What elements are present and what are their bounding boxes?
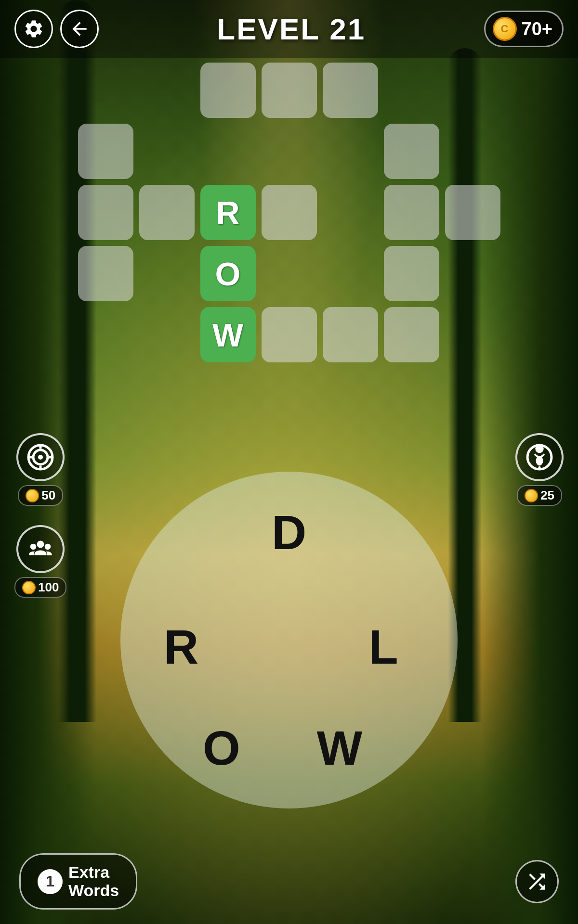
team-icon <box>26 535 55 564</box>
top-bar: LEVEL 21 C 70+ <box>0 0 578 58</box>
cell-4-6[interactable] <box>384 246 439 301</box>
grid-row-2 <box>72 124 506 179</box>
svg-point-12 <box>536 456 543 466</box>
cell-2-7 <box>445 124 500 179</box>
grid-row-1 <box>72 63 506 118</box>
team-powerup-icon-circle <box>16 525 65 573</box>
cell-3-1[interactable] <box>78 185 133 240</box>
grid-row-5: W <box>72 307 506 362</box>
cell-3-4[interactable] <box>262 185 317 240</box>
letter-L[interactable]: L <box>368 619 398 675</box>
cell-4-7 <box>445 246 500 301</box>
powerup-right-group: 25 <box>515 433 564 506</box>
letter-D[interactable]: D <box>272 505 306 560</box>
cell-4-5 <box>323 246 378 301</box>
hint-icon <box>525 443 554 472</box>
grid-row-3: R <box>72 185 506 240</box>
svg-point-11 <box>535 445 544 453</box>
target-powerup-button[interactable]: 50 <box>14 433 66 506</box>
team-powerup-button[interactable]: 100 <box>14 525 66 598</box>
cell-2-1[interactable] <box>78 124 133 179</box>
gear-icon <box>23 18 44 39</box>
hint-powerup-button[interactable]: 25 <box>515 433 564 506</box>
team-cost-label: 100 <box>38 580 59 595</box>
cell-2-2 <box>139 124 195 179</box>
svg-point-8 <box>30 544 37 550</box>
cell-4-2 <box>139 246 195 301</box>
letter-W[interactable]: W <box>317 720 362 776</box>
extra-words-count: 1 <box>38 869 63 894</box>
bottom-bar: 1 ExtraWords <box>0 853 578 910</box>
cell-5-1 <box>78 307 133 362</box>
letter-R[interactable]: R <box>164 619 198 675</box>
cell-3-5 <box>323 185 378 240</box>
cell-5-4[interactable] <box>262 307 317 362</box>
cell-3-3-r: R <box>200 185 256 240</box>
svg-point-2 <box>38 455 43 460</box>
coin-icon: C <box>493 17 517 41</box>
cell-3-2[interactable] <box>139 185 195 240</box>
coins-count: 70+ <box>522 19 552 39</box>
svg-point-13 <box>539 466 541 469</box>
target-powerup-icon-circle <box>16 433 65 481</box>
cost-coin-team <box>22 581 36 594</box>
cell-5-5[interactable] <box>323 307 378 362</box>
cell-2-5 <box>323 124 378 179</box>
shuffle-button[interactable] <box>515 860 559 903</box>
target-icon <box>26 443 55 472</box>
cell-4-3-o: O <box>200 246 256 301</box>
hint-powerup-icon-circle <box>515 433 564 481</box>
back-icon <box>69 18 90 39</box>
coins-badge: C 70+ <box>484 11 564 47</box>
cell-5-2 <box>139 307 195 362</box>
team-cost: 100 <box>14 577 66 598</box>
target-cost-label: 50 <box>41 488 55 503</box>
grid-row-4: O <box>72 246 506 301</box>
wheel-area[interactable]: D R L O W <box>120 472 458 808</box>
cell-2-4 <box>262 124 317 179</box>
shuffle-icon <box>525 870 549 894</box>
settings-button[interactable] <box>14 10 53 48</box>
svg-point-9 <box>45 544 51 550</box>
cell-1-2 <box>139 63 195 118</box>
top-left-icons <box>14 10 99 48</box>
cell-1-7 <box>445 63 500 118</box>
cell-2-6[interactable] <box>384 124 439 179</box>
cell-5-3-w: W <box>200 307 256 362</box>
cell-1-1 <box>78 63 133 118</box>
powerup-left-group: 50 100 <box>14 433 66 598</box>
cell-3-6[interactable] <box>384 185 439 240</box>
cell-1-6 <box>384 63 439 118</box>
cell-4-1[interactable] <box>78 246 133 301</box>
letter-O[interactable]: O <box>203 720 240 776</box>
hint-cost-label: 25 <box>540 488 554 503</box>
cell-5-6[interactable] <box>384 307 439 362</box>
target-cost: 50 <box>18 485 63 506</box>
grid-area: R O W <box>72 63 506 368</box>
hint-cost: 25 <box>517 485 562 506</box>
extra-words-button[interactable]: 1 ExtraWords <box>19 853 137 910</box>
cell-1-3[interactable] <box>200 63 256 118</box>
svg-point-7 <box>37 541 44 548</box>
cell-4-4 <box>262 246 317 301</box>
cell-1-5[interactable] <box>323 63 378 118</box>
cell-3-7[interactable] <box>445 185 500 240</box>
cost-coin-hint <box>525 489 538 502</box>
extra-words-label: ExtraWords <box>68 863 119 899</box>
cell-2-3 <box>200 124 256 179</box>
level-title: LEVEL 21 <box>217 12 366 46</box>
cell-1-4[interactable] <box>262 63 317 118</box>
cell-5-7 <box>445 307 500 362</box>
cost-coin-target <box>26 489 39 502</box>
back-button[interactable] <box>60 10 99 48</box>
